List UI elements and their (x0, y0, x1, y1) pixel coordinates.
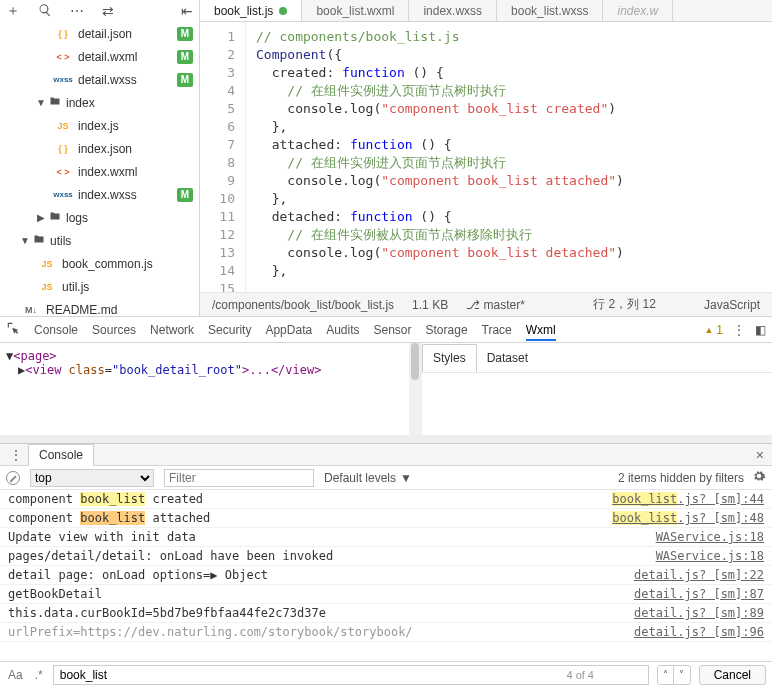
chevron-icon: ▼ (36, 97, 46, 108)
chevron-icon: ▼ (20, 235, 30, 246)
file-label: index.wxml (78, 165, 199, 179)
js-icon: JS (36, 259, 58, 269)
more-icon[interactable]: ⋯ (70, 3, 84, 19)
source-link[interactable]: book_list.js? [sm]:44 (612, 492, 764, 506)
source-link[interactable]: detail.js? [sm]:96 (634, 625, 764, 639)
modified-badge: M (177, 50, 193, 64)
file-label: index.json (78, 142, 199, 156)
status-branch[interactable]: ⎇ master* (466, 298, 525, 312)
styles-pane: Styles Dataset (422, 343, 772, 435)
inspect-icon[interactable] (6, 321, 20, 338)
console-row[interactable]: this.data.curBookId=5bd7be9fbfaa44fe2c73… (0, 604, 772, 623)
devtools-tab-appdata[interactable]: AppData (265, 323, 312, 337)
devtools-tab-console[interactable]: Console (34, 323, 78, 337)
devtools-more-icon[interactable]: ⋮ (733, 323, 745, 337)
hidden-count: 2 items hidden by filters (618, 471, 744, 485)
console-row[interactable]: component book_list attachedbook_list.js… (0, 509, 772, 528)
source-link[interactable]: book_list.js? [sm]:48 (612, 511, 764, 525)
tab-dataset[interactable]: Dataset (477, 345, 538, 371)
folder-row[interactable]: ▼utils (0, 229, 199, 252)
devtools-tab-trace[interactable]: Trace (482, 323, 512, 337)
scrollbar[interactable] (409, 343, 421, 435)
source-link[interactable]: WAService.js:18 (656, 530, 764, 544)
js-icon: JS (52, 121, 74, 131)
file-row[interactable]: JSutil.js (0, 275, 199, 298)
modified-dot-icon (279, 7, 287, 15)
file-row[interactable]: M↓README.md (0, 298, 199, 316)
devtools-tab-storage[interactable]: Storage (426, 323, 468, 337)
json-icon: { } (52, 144, 74, 154)
file-row[interactable]: < >index.wxml (0, 160, 199, 183)
devtools-tab-wxml[interactable]: Wxml (526, 323, 556, 341)
gear-icon[interactable] (752, 469, 766, 486)
console-row[interactable]: urlPrefix=https://dev.naturling.com/stor… (0, 623, 772, 642)
file-row[interactable]: wxssdetail.wxssM (0, 68, 199, 91)
devtools-dock-icon[interactable]: ◧ (755, 323, 766, 337)
file-label: index.js (78, 119, 199, 133)
file-row[interactable]: wxssindex.wxssM (0, 183, 199, 206)
search-icon[interactable] (38, 3, 52, 20)
file-row[interactable]: JSindex.js (0, 114, 199, 137)
console-output[interactable]: component book_list createdbook_list.js?… (0, 490, 772, 661)
source-link[interactable]: detail.js? [sm]:89 (634, 606, 764, 620)
split-icon[interactable]: ⇄ (102, 3, 114, 19)
source-link[interactable]: detail.js? [sm]:22 (634, 568, 764, 582)
editor-tab[interactable]: book_list.js (200, 0, 302, 21)
devtools-tab-security[interactable]: Security (208, 323, 251, 337)
editor-tab[interactable]: index.w (603, 0, 673, 21)
folder-row[interactable]: ▶logs (0, 206, 199, 229)
wxss-icon: wxss (52, 75, 74, 84)
folder-row[interactable]: ▼index (0, 91, 199, 114)
tab-console[interactable]: Console (28, 444, 94, 466)
file-row[interactable]: JSbook_common.js (0, 252, 199, 275)
editor-tab[interactable]: book_list.wxss (497, 0, 603, 21)
console-row[interactable]: detail page: onLoad options=▶ Objectdeta… (0, 566, 772, 585)
close-icon[interactable]: × (748, 447, 772, 463)
devtools-tab-network[interactable]: Network (150, 323, 194, 337)
file-label: detail.wxss (78, 73, 177, 87)
wxml-icon: < > (52, 52, 74, 62)
match-case-toggle[interactable]: Aa (6, 668, 25, 682)
file-label: util.js (62, 280, 199, 294)
find-nav[interactable]: ˄˅ (657, 665, 691, 685)
modified-badge: M (177, 73, 193, 87)
add-icon[interactable]: ＋ (6, 2, 20, 20)
file-row[interactable]: { }index.json (0, 137, 199, 160)
folder-icon (48, 210, 62, 225)
clear-console-icon[interactable] (6, 471, 20, 485)
js-icon: JS (36, 282, 58, 292)
collapse-icon[interactable]: ⇤ (181, 3, 193, 19)
devtools-tab-audits[interactable]: Audits (326, 323, 359, 337)
log-levels[interactable]: Default levels ▼ (324, 471, 412, 485)
wxss-icon: wxss (52, 190, 74, 199)
context-select[interactable]: top (30, 469, 154, 487)
console-row[interactable]: component book_list createdbook_list.js?… (0, 490, 772, 509)
editor-tab[interactable]: book_list.wxml (302, 0, 409, 21)
status-cursor: 行 2，列 12 (593, 296, 656, 313)
console-filter-bar: top Default levels ▼ 2 items hidden by f… (0, 466, 772, 490)
code-editor[interactable]: 123456789101112131415 // components/book… (200, 22, 772, 292)
status-size: 1.1 KB (412, 298, 448, 312)
drawer-menu-icon[interactable]: ⋮ (4, 448, 28, 462)
file-row[interactable]: < >detail.wxmlM (0, 45, 199, 68)
console-row[interactable]: Update view with init dataWAService.js:1… (0, 528, 772, 547)
warnings-badge[interactable]: 1 (704, 323, 723, 337)
source-link[interactable]: detail.js? [sm]:87 (634, 587, 764, 601)
cancel-button[interactable]: Cancel (699, 665, 766, 685)
filter-input[interactable] (164, 469, 314, 487)
devtools-tab-sources[interactable]: Sources (92, 323, 136, 337)
find-input[interactable] (53, 665, 649, 685)
tab-styles[interactable]: Styles (422, 344, 477, 372)
console-row[interactable]: getBookDetaildetail.js? [sm]:87 (0, 585, 772, 604)
editor-tab[interactable]: index.wxss (409, 0, 497, 21)
folder-icon (48, 95, 62, 110)
find-prev-icon[interactable]: ˄ (658, 666, 674, 684)
regex-toggle[interactable]: .* (33, 668, 45, 682)
source-link[interactable]: WAService.js:18 (656, 549, 764, 563)
wxml-icon: < > (52, 167, 74, 177)
console-row[interactable]: pages/detail/detail: onLoad have been in… (0, 547, 772, 566)
devtools-tab-sensor[interactable]: Sensor (374, 323, 412, 337)
file-row[interactable]: { }detail.jsonM (0, 22, 199, 45)
wxml-tree[interactable]: ▼<page> ▶<view class="book_detail_root">… (0, 343, 422, 435)
find-next-icon[interactable]: ˅ (674, 666, 690, 684)
